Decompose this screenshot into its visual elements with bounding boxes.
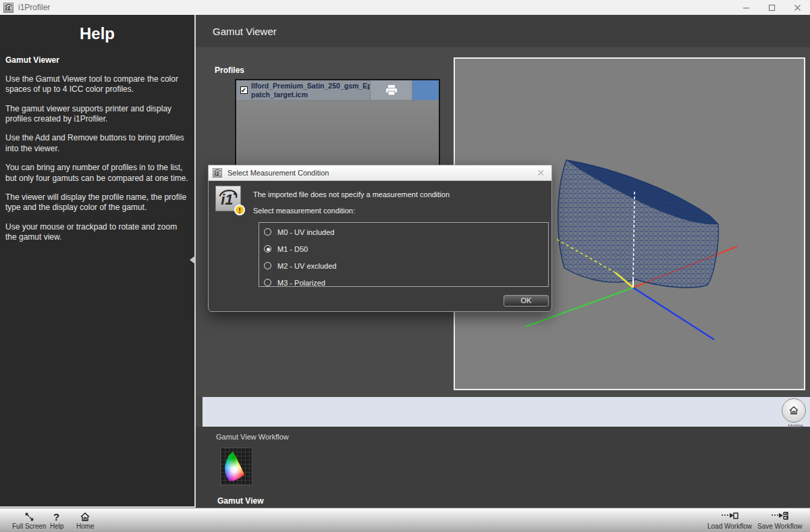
home-button[interactable]: Home [76,510,94,530]
home-icon [788,405,799,416]
workflow-strip: Gamut View Workflow Gamut View [196,427,810,508]
profile-type-cell [370,80,412,100]
save-workflow-icon [771,512,788,522]
workflow-strip-title: Gamut View Workflow [216,433,289,441]
radio-m0-uv-included[interactable]: M0 - UV included [264,224,548,240]
window-title: i1Profiler [18,3,50,12]
app-icon: i1 [3,3,14,13]
bottom-toolbar: Full Screen ? Help Home Load Workflow Sa… [0,508,810,532]
home-icon [80,512,90,522]
dialog-app-logo: i1 ! [215,186,241,211]
radio-m2-uv-excluded[interactable]: M2 - UV excluded [264,258,548,273]
gamut-view-workflow-thumbnail[interactable] [220,448,252,485]
dialog-title: Select Measurement Condition [227,169,329,177]
help-paragraph: Use the Gamut Viewer tool to compare the… [5,74,189,95]
profiles-label: Profiles [215,65,244,75]
full-screen-button[interactable]: Full Screen [12,510,47,530]
help-paragraph: Use the Add and Remove buttons to bring … [5,133,189,154]
radio-m3-polarized[interactable]: M3 - Polarized [264,275,548,290]
help-section-title: Gamut Viewer [5,55,189,65]
cie-diagram-icon [224,451,248,482]
close-button[interactable] [784,0,810,15]
profile-name: Ilford_Premium_Satin_250_gsm_Epso... pat… [251,80,370,100]
svg-text:i1: i1 [221,191,233,208]
window-titlebar: i1 i1Profiler [0,0,810,15]
select-measurement-condition-dialog: i1 Select Measurement Condition ✕ i1 ! T… [208,165,552,312]
home-bar: Home [202,397,810,427]
page-title: Gamut Viewer [213,26,277,37]
help-paragraph: The gamut viewer supports printer and di… [5,104,189,125]
collapse-help-arrow-icon[interactable] [190,255,196,265]
radio-icon [264,228,271,236]
help-button[interactable]: ? Help [50,510,64,530]
help-icon: ? [52,511,61,522]
app-icon: i1 [213,168,222,178]
full-screen-icon [24,512,34,522]
dialog-message: The imported file does not specify a mea… [253,190,450,198]
measurement-condition-group: M0 - UV included M1 - D50 M2 - UV exclud… [259,222,549,287]
dialog-close-icon[interactable]: ✕ [537,167,545,178]
ok-button[interactable]: OK [504,295,549,307]
profile-checkbox[interactable]: ✓ [240,86,248,94]
save-workflow-button[interactable]: Save Workflow [757,510,803,530]
radio-icon [264,262,271,269]
help-panel: Help Gamut Viewer Use the Gamut Viewer t… [0,15,196,508]
help-paragraph: Use your mouse or trackpad to rotate and… [5,222,189,243]
help-title: Help [5,24,189,43]
svg-text:i1: i1 [5,5,11,11]
dialog-titlebar: i1 Select Measurement Condition ✕ [209,165,551,181]
gamut-mesh [558,160,719,288]
radio-selected-icon [264,245,271,252]
dialog-prompt: Select measurement condition: [253,207,355,215]
radio-icon [264,279,271,286]
load-workflow-icon [721,512,738,522]
warning-badge-icon: ! [234,205,245,215]
home-round-button[interactable] [782,398,806,423]
minimize-button[interactable] [733,0,759,15]
profile-row[interactable]: ✓ Ilford_Premium_Satin_250_gsm_Epso... p… [236,80,439,101]
radio-m1-d50[interactable]: M1 - D50 [264,241,548,257]
svg-text:?: ? [53,511,59,522]
home-round-label: Home [788,423,803,429]
help-paragraph: You can bring any number of profiles in … [5,163,189,184]
profile-checkbox-cell: ✓ [236,80,251,100]
printer-icon [384,84,399,97]
help-paragraph: The viewer will display the profile name… [5,192,189,213]
profile-color-swatch [412,80,439,100]
load-workflow-button[interactable]: Load Workflow [707,510,752,530]
maximize-button[interactable] [759,0,784,15]
main-header: Gamut Viewer [196,15,810,47]
workflow-item-title: Gamut View [217,496,263,506]
axis-z-blue [633,288,714,340]
